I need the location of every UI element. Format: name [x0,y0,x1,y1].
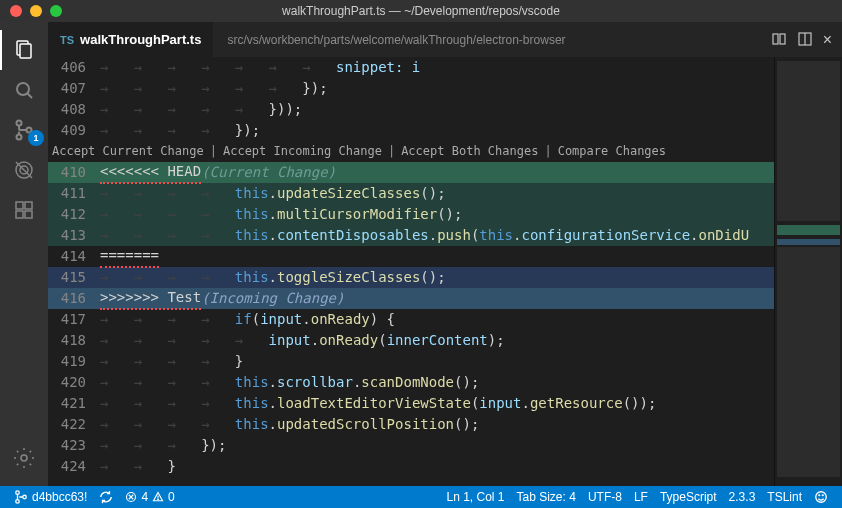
breadcrumb: src/vs/workbench/parts/welcome/walkThrou… [227,33,565,47]
compare-changes-link[interactable]: Compare Changes [558,141,666,162]
minimap[interactable] [774,57,842,486]
git-branch[interactable]: d4bbcc63! [8,490,93,504]
eol[interactable]: LF [628,490,654,504]
window-controls [10,5,62,17]
accept-incoming-link[interactable]: Accept Incoming Change [223,141,382,162]
svg-rect-13 [25,202,32,209]
svg-point-20 [16,500,20,504]
close-icon[interactable]: × [823,31,832,49]
window-title: walkThroughPart.ts — ~/Development/repos… [282,4,560,18]
tab-bar: TS walkThroughPart.ts src/vs/workbench/p… [48,22,842,57]
scm-badge: 1 [28,130,44,146]
typescript-file-icon: TS [60,34,74,46]
svg-rect-12 [25,211,32,218]
scm-icon[interactable]: 1 [0,110,48,150]
svg-rect-15 [773,34,778,44]
debug-icon[interactable] [0,150,48,190]
merge-incoming-marker: >>>>>>> Test [100,287,201,310]
svg-rect-1 [20,44,31,58]
title-bar: walkThroughPart.ts — ~/Development/repos… [0,0,842,22]
editor-area: TS walkThroughPart.ts src/vs/workbench/p… [48,22,842,486]
accept-both-link[interactable]: Accept Both Changes [401,141,538,162]
svg-point-21 [23,495,27,499]
feedback-icon[interactable] [808,490,834,504]
tab-active[interactable]: TS walkThroughPart.ts [48,22,213,57]
cursor-position[interactable]: Ln 1, Col 1 [440,490,510,504]
tab-label: walkThroughPart.ts [80,32,201,47]
svg-point-26 [158,499,159,500]
svg-point-28 [819,495,820,496]
tslint-status[interactable]: TSLint [761,490,808,504]
svg-rect-10 [16,202,23,209]
search-icon[interactable] [0,70,48,110]
errors-status[interactable]: 4 0 [119,490,180,504]
minimize-window-button[interactable] [30,5,42,17]
svg-line-3 [28,94,33,99]
accept-current-link[interactable]: Accept Current Change [52,141,204,162]
svg-rect-16 [780,34,785,44]
svg-point-2 [17,83,29,95]
merge-head-marker: <<<<<<< HEAD [100,161,201,184]
svg-point-29 [822,495,823,496]
svg-rect-11 [16,211,23,218]
svg-point-19 [16,491,20,495]
svg-point-4 [17,121,22,126]
merge-separator: ======= [100,245,159,268]
svg-point-14 [21,455,27,461]
maximize-window-button[interactable] [50,5,62,17]
split-editor-icon[interactable] [797,31,813,49]
compare-changes-icon[interactable] [771,31,787,49]
settings-icon[interactable] [0,438,48,478]
typescript-version[interactable]: 2.3.3 [723,490,762,504]
activity-bar: 1 [0,22,48,486]
close-window-button[interactable] [10,5,22,17]
language-mode[interactable]: TypeScript [654,490,723,504]
extensions-icon[interactable] [0,190,48,230]
encoding[interactable]: UTF-8 [582,490,628,504]
svg-point-5 [17,135,22,140]
editor-actions: × [771,31,842,49]
merge-codelens: Accept Current Change| Accept Incoming C… [48,141,774,162]
tab-size[interactable]: Tab Size: 4 [511,490,582,504]
status-bar: d4bbcc63! 4 0 Ln 1, Col 1 Tab Size: 4 UT… [0,486,842,508]
code-editor[interactable]: 406→ → → → → → → snippet: i 407→ → → → →… [48,57,774,486]
explorer-icon[interactable] [0,30,48,70]
sync-status[interactable] [93,490,119,504]
